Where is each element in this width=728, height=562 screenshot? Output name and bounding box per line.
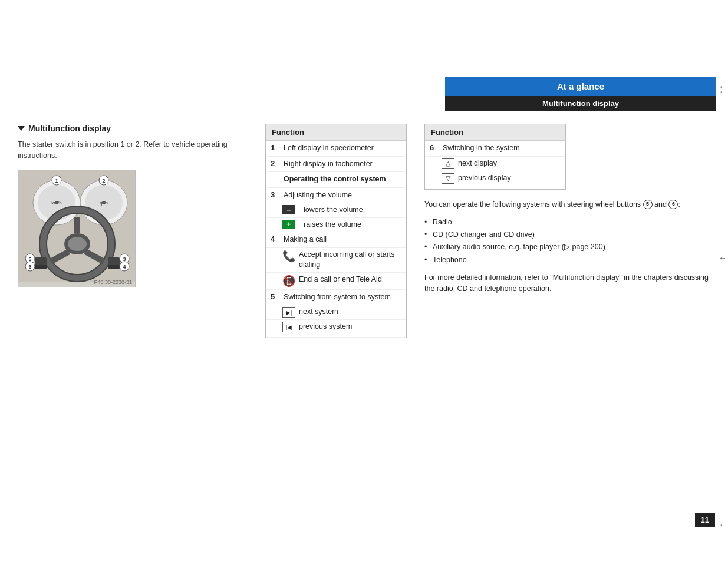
multifunction-display-subtitle: Multifunction display (542, 99, 619, 108)
table1-header: Function (266, 124, 406, 141)
func-text-4: Making a call (284, 234, 327, 245)
bullet-aux: Auxiliary audio source, e.g. tape player… (424, 241, 716, 253)
page-number: 11 (695, 513, 715, 527)
func-num-4: 4 (271, 234, 279, 243)
at-a-glance-bar: At a glance (445, 77, 716, 96)
func-row-next-sys: ▶| next system (266, 305, 406, 320)
func-row-accept: 📞 Accept incoming call or starts dialing (266, 248, 406, 273)
phone-accept-icon: 📞 (282, 250, 295, 263)
func-text-next-sys: next system (299, 307, 338, 318)
header-section: At a glance Multifunction display (445, 77, 728, 111)
func-text-prev-disp: previous display (458, 173, 511, 184)
func-row-2: 2 Right display in tachometer (266, 157, 406, 173)
next-sys-icon: ▶| (282, 307, 295, 318)
func-text-op: Operating the control system (284, 174, 386, 185)
svg-rect-20 (35, 257, 47, 266)
func-row-minus: − lowers the volume (266, 203, 406, 218)
func-text-prev-sys: previous system (299, 322, 352, 332)
svg-point-8 (102, 201, 106, 204)
multifunction-display-bar: Multifunction display (445, 96, 716, 111)
function-table-1: Function 1 Left display in speedometer 2… (265, 124, 407, 338)
func-text-end: End a call or end Tele Aid (299, 275, 382, 285)
svg-point-16 (68, 237, 87, 251)
func-text-6: Switching in the system (443, 143, 520, 154)
func-text-plus: raises the volume (304, 220, 361, 230)
table2-header: Function (425, 124, 565, 141)
svg-rect-27 (108, 265, 120, 269)
arrow-marker-bottom: ← (719, 520, 727, 530)
right-column: Function 6 Switching in the system △ nex… (424, 124, 716, 338)
func-row-op: Operating the control system (266, 172, 406, 188)
svg-text:4: 4 (123, 264, 126, 270)
minus-icon: − (282, 205, 295, 214)
func-row-4: 4 Making a call (266, 232, 406, 248)
func-text-accept: Accept incoming call or starts dialing (299, 250, 401, 270)
func-text-1: Left display in speedometer (284, 143, 374, 154)
section-title: Multifunction display (18, 124, 248, 133)
middle-column: Function 1 Left display in speedometer 2… (265, 124, 407, 338)
prev-sys-icon: |◀ (282, 322, 295, 332)
func-row-end: 📵 End a call or end Tele Aid (266, 273, 406, 290)
func-num-1: 1 (271, 143, 279, 152)
func-text-next-disp: next display (458, 158, 497, 169)
func-row-5: 5 Switching from system to system (266, 290, 406, 306)
svg-point-4 (55, 201, 58, 204)
main-content: Multifunction display The starter switch… (18, 124, 716, 338)
func-row-prev-sys: |◀ previous system (266, 320, 406, 338)
left-column: Multifunction display The starter switch… (18, 124, 248, 338)
right-para-1: You can operate the following systems wi… (424, 199, 716, 210)
phone-end-icon: 📵 (282, 275, 295, 287)
func-text-5: Switching from system to system (284, 292, 391, 303)
description-text: The starter switch is in position 1 or 2… (18, 139, 248, 161)
function-table-2: Function 6 Switching in the system △ nex… (424, 124, 566, 190)
svg-text:1: 1 (55, 178, 58, 184)
next-display-icon: △ (442, 158, 454, 169)
bullet-list: Radio CD (CD changer and CD drive) Auxil… (424, 216, 716, 266)
circle-6: 6 (668, 200, 678, 209)
plus-icon: + (282, 220, 295, 229)
func-num-3: 3 (271, 190, 279, 199)
svg-rect-26 (108, 257, 120, 266)
prev-display-icon: ▽ (442, 173, 454, 184)
func-row-next-disp: △ next display (425, 157, 565, 171)
bullet-radio: Radio (424, 216, 716, 229)
svg-text:6: 6 (28, 264, 31, 270)
arrow-marker-mid: ← (719, 253, 727, 263)
svg-rect-21 (35, 265, 47, 269)
at-a-glance-title: At a glance (557, 81, 604, 91)
bullet-telephone: Telephone (424, 254, 716, 266)
func-num-5: 5 (271, 292, 279, 301)
func-row-plus: + raises the volume (266, 218, 406, 233)
func-text-3: Adjusting the volume (284, 190, 352, 201)
right-para-2: For more detailed information, refer to … (424, 272, 716, 295)
func-row-prev-disp: ▽ previous display (425, 171, 565, 189)
steering-wheel-container: km/h rpm 1 2 (18, 170, 136, 287)
arrow-marker-top: ← (719, 87, 727, 97)
func-num-6: 6 (430, 143, 438, 152)
triangle-icon (18, 126, 25, 131)
func-text-minus: lowers the volume (304, 205, 363, 216)
func-row-1: 1 Left display in speedometer (266, 141, 406, 157)
func-row-3: 3 Adjusting the volume (266, 188, 406, 204)
circle-5: 5 (643, 200, 653, 209)
svg-text:2: 2 (102, 178, 105, 184)
bullet-cd: CD (CD changer and CD drive) (424, 229, 716, 241)
image-caption: P46.30-2230-31 (94, 279, 132, 285)
right-text-section: You can operate the following systems wi… (424, 199, 716, 295)
func-row-6: 6 Switching in the system (425, 141, 565, 157)
steering-wheel-svg: km/h rpm 1 2 (18, 170, 136, 282)
func-text-2: Right display in tachometer (284, 159, 373, 170)
section-title-text: Multifunction display (28, 124, 111, 133)
func-num-2: 2 (271, 159, 279, 168)
